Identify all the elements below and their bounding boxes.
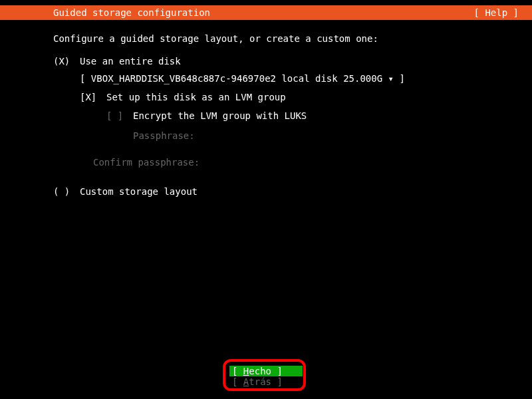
back-button[interactable]: [ Atrás ] (229, 376, 303, 387)
lvm-label: Set up this disk as an LVM group (106, 92, 286, 102)
disk-selector-text: [ VBOX_HARDDISK_VB648c887c-946970e2 loca… (80, 73, 405, 84)
confirm-passphrase-label: Confirm passphrase: (93, 157, 479, 168)
checkbox-encrypt[interactable]: [ ] (106, 110, 133, 121)
radio-entire-disk[interactable]: (X) (53, 56, 80, 66)
header-bar: Guided storage configuration [ Help ] (0, 5, 532, 20)
help-button[interactable]: [ Help ] (474, 7, 519, 18)
content-area: Configure a guided storage layout, or cr… (0, 20, 532, 210)
done-button-text: echo (249, 366, 271, 376)
option-custom-layout[interactable]: ( ) Custom storage layout (53, 186, 479, 197)
option-entire-disk[interactable]: (X) Use an entire disk (53, 56, 479, 66)
page-title: Guided storage configuration (53, 7, 210, 18)
option-entire-disk-label: Use an entire disk (80, 56, 181, 66)
encrypt-label: Encrypt the LVM group with LUKS (133, 110, 307, 121)
option-custom-label: Custom storage layout (80, 186, 198, 197)
disk-selector-dropdown[interactable]: [ VBOX_HARDDISK_VB648c887c-946970e2 loca… (80, 73, 479, 84)
checkbox-lvm[interactable]: [X] (80, 92, 106, 102)
radio-custom[interactable]: ( ) (53, 186, 80, 197)
passphrase-label: Passphrase: (133, 130, 479, 141)
footer-buttons: [ Hecho ] [ Atrás ] (0, 366, 532, 387)
encrypt-checkbox-row[interactable]: [ ] Encrypt the LVM group with LUKS (106, 110, 479, 121)
lvm-checkbox-row[interactable]: [X] Set up this disk as an LVM group (80, 92, 479, 102)
done-button[interactable]: [ Hecho ] (229, 366, 303, 376)
back-button-text: trás (249, 376, 271, 387)
prompt-text: Configure a guided storage layout, or cr… (53, 33, 479, 44)
